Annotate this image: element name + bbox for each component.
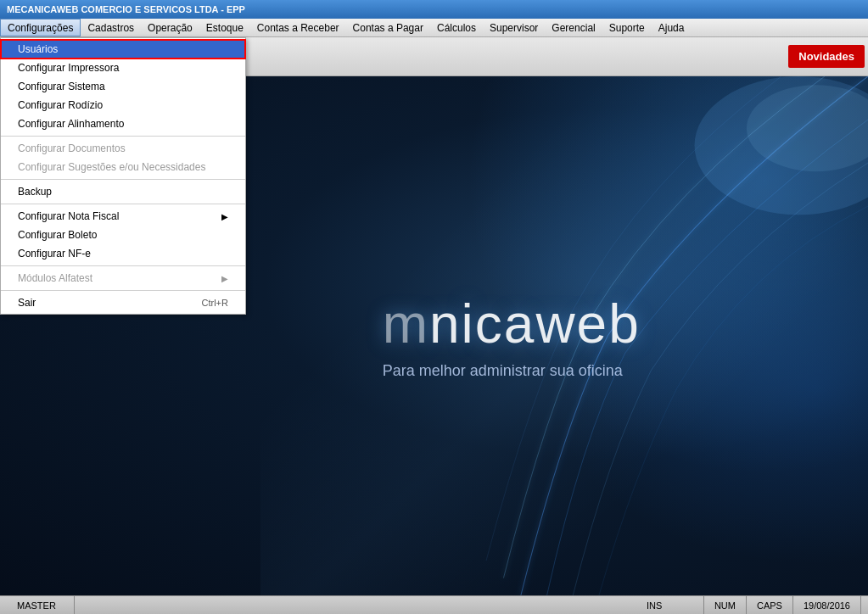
novidades-button[interactable]: Novidades (788, 45, 865, 68)
dropdown-configurar-sugestoes: Configurar Sugestões e/ou Necessidades (1, 158, 245, 176)
separator-1 (1, 136, 245, 137)
menu-contas-receber[interactable]: Contas a Receber (250, 19, 346, 36)
status-num: NUM (704, 596, 747, 614)
sair-shortcut: Ctrl+R (202, 298, 228, 308)
menu-supervisor[interactable]: Supervisor (483, 19, 545, 36)
dropdown-configurar-impressora[interactable]: Configurar Impressora (1, 59, 245, 77)
dropdown-configurar-sistema[interactable]: Configurar Sistema (1, 77, 245, 96)
dropdown-sair[interactable]: Sair Ctrl+R (1, 293, 245, 312)
menu-configuracoes[interactable]: Configurações (0, 19, 81, 36)
dropdown-modulos-alfatest: Módulos Alfatest ▶ (1, 269, 245, 287)
title-bar: MECANICAWEB COMERCIO E SERVICOS LTDA - E… (0, 0, 868, 19)
menu-cadastros[interactable]: Cadastros (81, 19, 141, 36)
status-user: MASTER (7, 596, 75, 614)
status-right: INS NUM CAPS 19/08/2016 (636, 596, 861, 614)
brand-name: mnicaweb (383, 293, 641, 355)
status-bar: MASTER INS NUM CAPS 19/08/2016 (0, 595, 868, 614)
dropdown-configurar-documentos: Configurar Documentos (1, 139, 245, 158)
separator-2 (1, 179, 245, 180)
menu-estoque[interactable]: Estoque (199, 19, 250, 36)
app-title: MECANICAWEB COMERCIO E SERVICOS LTDA - E… (7, 4, 245, 14)
dropdown-usuarios[interactable]: Usuários (1, 40, 245, 59)
dropdown-configurar-boleto[interactable]: Configurar Boleto (1, 226, 245, 244)
dropdown-configurar-alinhamento[interactable]: Configurar Alinhamento (1, 114, 245, 133)
dropdown-configurar-nfe[interactable]: Configurar NF-e (1, 244, 245, 263)
menu-bar: Configurações Cadastros Operação Estoque… (0, 19, 868, 37)
dropdown-backup[interactable]: Backup (1, 182, 245, 201)
submenu-arrow-alfatest: ▶ (221, 274, 228, 283)
menu-suporte[interactable]: Suporte (602, 19, 652, 36)
submenu-arrow-nota-fiscal: ▶ (221, 212, 228, 221)
menu-contas-pagar[interactable]: Contas a Pagar (346, 19, 430, 36)
menu-ajuda[interactable]: Ajuda (652, 19, 692, 36)
separator-4 (1, 265, 245, 266)
menu-operacao[interactable]: Operação (141, 19, 199, 36)
configuracoes-dropdown: Usuários Configurar Impressora Configura… (0, 37, 246, 315)
brand-tagline: Para melhor administrar sua oficina (383, 362, 641, 380)
separator-3 (1, 204, 245, 204)
status-caps: CAPS (747, 596, 793, 614)
status-ins: INS (636, 596, 704, 614)
status-date: 19/08/2016 (793, 596, 861, 614)
brand-text: mnicaweb Para melhor administrar sua ofi… (383, 293, 641, 380)
dropdown-configurar-rodizio[interactable]: Configurar Rodízio (1, 96, 245, 114)
separator-5 (1, 290, 245, 291)
menu-gerencial[interactable]: Gerencial (545, 19, 602, 36)
dropdown-configurar-nota-fiscal[interactable]: Configurar Nota Fiscal ▶ (1, 207, 245, 226)
menu-calculos[interactable]: Cálculos (430, 19, 483, 36)
